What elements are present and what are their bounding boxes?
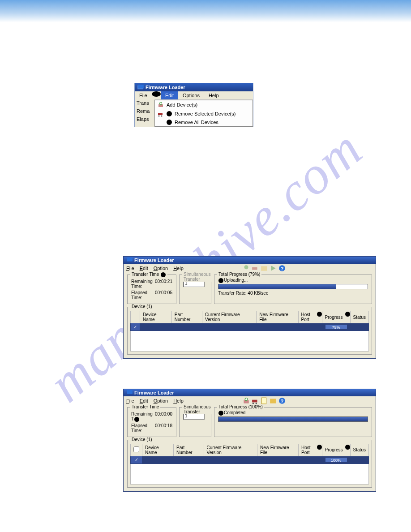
toolbar-cart-icon[interactable]: [252, 397, 259, 404]
cell-progress: 79%: [322, 323, 350, 331]
cell-firmware-version: [204, 456, 257, 463]
device-table: Device Name Part Number Current Firmware…: [130, 444, 369, 464]
total-progress-label: Total Progress (100%): [217, 404, 264, 409]
remaining-value: 00:00:21: [155, 279, 172, 289]
col-status[interactable]: Status: [350, 444, 368, 456]
app-icon: [126, 257, 133, 263]
menu-help[interactable]: Help: [204, 91, 223, 99]
svg-rect-6: [158, 113, 163, 115]
svg-point-8: [161, 116, 163, 117]
annotation-marker: [218, 411, 223, 416]
toolbar-cart-icon[interactable]: [252, 265, 259, 272]
sim-transfer-label: Simultaneous Transfer: [182, 272, 212, 282]
window-titlebar: Firmware Loader: [124, 257, 376, 264]
row-checkbox[interactable]: ✓: [131, 323, 140, 331]
progress-fill: [218, 417, 368, 421]
progress-bar: [218, 284, 368, 289]
cell-firmware-version: [202, 323, 256, 331]
cart-icon: [158, 111, 164, 117]
annotation-marker: [345, 445, 350, 450]
annotation-marker: [167, 111, 172, 116]
toolbar-play-icon[interactable]: [270, 265, 277, 272]
toolbar: ?: [243, 397, 286, 404]
elapsed-label: Elapsed Time:: [131, 290, 155, 300]
transfer-rate: Transfer Rate: 40 KB/sec: [218, 291, 368, 296]
menu-file[interactable]: File: [135, 91, 152, 99]
svg-rect-24: [261, 398, 266, 404]
menu-help[interactable]: Help: [173, 266, 184, 271]
col-part-number[interactable]: Part Number: [171, 311, 202, 323]
side-label-transfer: Trans: [137, 100, 153, 106]
device-table: Device Name Part Number Current Firmware…: [130, 311, 369, 331]
transfer-time-label: Transfer Time: [132, 272, 159, 277]
app-icon: [137, 85, 144, 90]
total-progress-label: Total Progress (79%): [217, 272, 261, 277]
progress-fill: [218, 284, 336, 289]
upload-status: Uploading...: [224, 278, 248, 283]
elapsed-value: 00:00:18: [155, 423, 172, 433]
table-body-space: [130, 464, 369, 485]
col-part-number[interactable]: Part Number: [174, 444, 204, 456]
svg-point-22: [252, 403, 253, 404]
annotation-marker: [152, 91, 161, 97]
menu-item-remove-selected-label: Remove Selected Device(s): [175, 111, 235, 116]
annotation-marker: [134, 417, 139, 422]
col-device-name[interactable]: Device Name: [140, 311, 172, 323]
toolbar-doc-icon[interactable]: [261, 397, 268, 404]
elapsed-label: Elapsed Time:: [131, 423, 155, 433]
cell-status: [350, 323, 368, 331]
row-checkbox[interactable]: ✓: [131, 456, 142, 463]
svg-rect-9: [127, 257, 133, 262]
header-checkbox[interactable]: [133, 446, 139, 452]
col-firmware-version[interactable]: Current Firmware Version: [204, 444, 257, 456]
svg-rect-16: [127, 390, 133, 394]
col-check[interactable]: [131, 311, 140, 323]
table-row[interactable]: ✓ 100%: [131, 456, 369, 463]
toolbar-add-icon[interactable]: [243, 265, 250, 272]
cell-device-name: [142, 456, 174, 463]
menu-option[interactable]: Option: [154, 266, 168, 271]
menu-edit[interactable]: Edit: [140, 266, 148, 271]
cell-host-port: [298, 323, 322, 331]
annotation-marker: [345, 312, 350, 317]
side-label-remaining: Rema: [137, 108, 153, 114]
menu-screenshot: Firmware Loader File Trans Rema Elaps Ed…: [134, 83, 253, 127]
menu-help[interactable]: Help: [173, 398, 184, 403]
menu-item-add-device[interactable]: Add Device(s): [155, 100, 253, 109]
col-check[interactable]: [131, 444, 142, 456]
svg-rect-12: [261, 266, 267, 270]
app-icon: [126, 390, 133, 395]
menu-file[interactable]: File: [126, 398, 134, 403]
col-device-name[interactable]: Device Name: [142, 444, 174, 456]
cell-part-number: [171, 323, 202, 331]
remaining-value: 00:00:00: [155, 412, 172, 422]
menu-edit[interactable]: Edit: [161, 91, 178, 99]
toolbar-help-icon[interactable]: ?: [278, 397, 286, 404]
col-status[interactable]: Status: [350, 311, 368, 323]
toolbar-help-icon[interactable]: ?: [278, 265, 286, 272]
col-new-firmware[interactable]: New Firmware File: [257, 311, 298, 323]
elapsed-value: 00:00:05: [155, 290, 172, 300]
svg-point-10: [244, 265, 248, 269]
side-label-elapsed: Elaps: [137, 116, 153, 122]
cell-host-port: [299, 456, 322, 463]
svg-marker-13: [271, 266, 275, 270]
table-row[interactable]: ✓ 79%: [131, 323, 369, 331]
menu-file[interactable]: File: [126, 266, 134, 271]
svg-rect-5: [160, 103, 162, 104]
col-firmware-version[interactable]: Current Firmware Version: [202, 311, 256, 323]
add-icon: [158, 102, 164, 108]
menu-item-remove-all[interactable]: Remove All Devices: [155, 118, 253, 126]
cell-part-number: [174, 456, 204, 463]
menu-edit[interactable]: Edit: [140, 398, 148, 403]
menu-option[interactable]: Option: [154, 398, 168, 403]
svg-point-7: [158, 116, 160, 117]
toolbar-add-icon[interactable]: [243, 397, 250, 404]
toolbar-folder-icon[interactable]: [270, 397, 277, 404]
loader-window-completed: Firmware Loader File Edit Option Help ? …: [123, 389, 376, 492]
menu-item-remove-selected[interactable]: Remove Selected Device(s): [155, 109, 253, 118]
col-new-firmware[interactable]: New Firmware File: [257, 444, 299, 456]
menu-options[interactable]: Options: [178, 91, 204, 99]
svg-rect-25: [270, 399, 276, 403]
toolbar-folder-icon[interactable]: [261, 265, 268, 272]
